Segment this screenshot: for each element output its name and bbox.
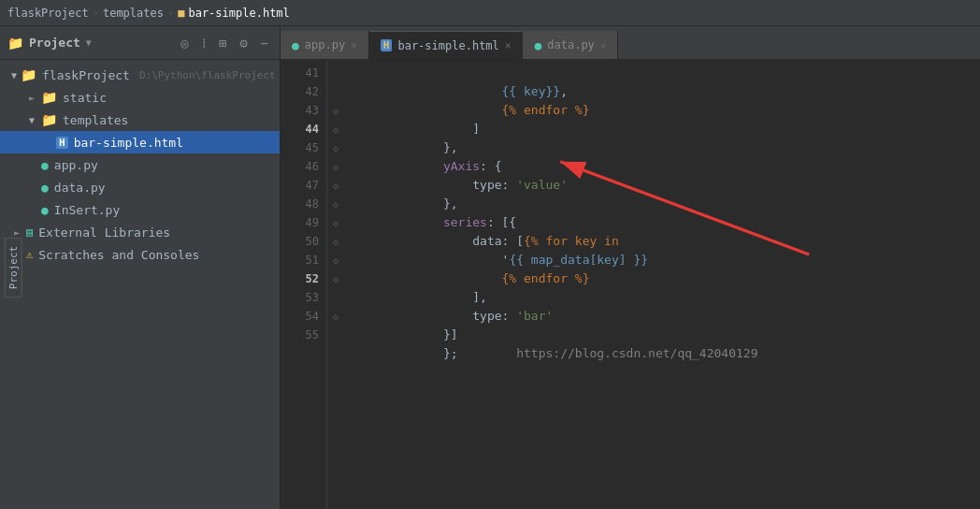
html-file-icon: H [56, 137, 68, 149]
tree-item-templates[interactable]: ▼ 📁 templates [0, 109, 280, 131]
breadcrumb-project: flaskProject [7, 7, 89, 20]
flaskProject-path: D:\Python\flaskProject [139, 69, 276, 81]
tree-item-static[interactable]: ► 📁 static [0, 86, 280, 109]
label-external-libraries: External Libraries [38, 225, 170, 240]
ln-48: 48 [281, 195, 326, 213]
label-app-py: app.py [54, 158, 98, 172]
folder-flaskProject-icon: 📁 [21, 67, 36, 82]
tree-item-data-py[interactable]: ► ● data.py [0, 176, 280, 198]
breadcrumb-sep1: › [93, 7, 99, 20]
ln-42: 42 [281, 82, 326, 101]
gutter-52: ◇ [327, 269, 344, 288]
label-flaskProject: flaskProject [42, 68, 130, 82]
code-editor[interactable]: 41 42 43 44 45 46 47 48 49 50 51 52 53 5… [281, 60, 980, 509]
ln-46: 46 [281, 157, 326, 176]
tab-data-py[interactable]: ● data.py ✕ [523, 31, 618, 59]
gutter-47: ◇ [327, 176, 344, 195]
folder-templates-icon: 📁 [41, 112, 57, 127]
sidebar-title: Project [29, 36, 80, 50]
gutter-43: ◇ [327, 101, 344, 120]
close-sidebar-icon[interactable]: − [257, 34, 272, 52]
project-tree: ▼ 📁 flaskProject D:\Python\flaskProject … [0, 60, 280, 509]
tree-item-external-libraries[interactable]: ► ▤ External Libraries [0, 221, 280, 243]
py-data-icon: ● [41, 181, 49, 195]
ln-52: 52 [281, 269, 326, 288]
breadcrumb-file-icon: ■ [178, 7, 184, 20]
ln-41: 41 [281, 64, 326, 82]
label-bar-simple-html: bar-simple.html [74, 136, 183, 150]
tabs-bar: ● app.py ✕ H bar-simple.html ✕ ● data.py… [281, 26, 980, 60]
gutter-48: ◇ [327, 195, 344, 213]
ln-50: 50 [281, 232, 326, 251]
folder-static-icon: 📁 [41, 90, 57, 105]
gutter: ◇ ◇ ◇ ◇ ◇ ◇ ◇ ◇ ◇ ◇ ◇ [327, 60, 344, 509]
arrow-flaskProject: ▼ [11, 70, 17, 80]
breadcrumb-current-file: bar-simple.html [188, 7, 289, 20]
tab-bar-simple-icon: H [381, 39, 393, 51]
gutter-46: ◇ [327, 157, 344, 176]
tree-item-scratches[interactable]: ► ⚠ Scratches and Consoles [0, 243, 280, 266]
tab-app-py-label: app.py [305, 38, 345, 51]
arrow-static: ► [26, 93, 37, 103]
breadcrumb-templates: templates [103, 7, 164, 20]
expand-icon[interactable]: ⊞ [215, 34, 230, 52]
folder-icon-header: 📁 [7, 36, 23, 51]
gutter-41 [327, 64, 344, 82]
top-bar: flaskProject › templates › ■ bar-simple.… [0, 0, 980, 26]
ln-44: 44 [281, 120, 326, 138]
gutter-55 [327, 326, 344, 344]
tab-app-py-close[interactable]: ✕ [351, 39, 357, 51]
external-libraries-icon: ▤ [26, 225, 33, 239]
tab-app-py[interactable]: ● app.py ✕ [281, 31, 369, 59]
tree-item-app-py[interactable]: ► ● app.py [0, 153, 280, 176]
ln-54: 54 [281, 307, 326, 326]
tab-data-py-icon: ● [534, 38, 541, 52]
tab-data-py-label: data.py [547, 38, 595, 51]
ln-45: 45 [281, 138, 326, 157]
gutter-54: ◇ [327, 307, 344, 326]
code-line-41: {{ key}}, [355, 64, 980, 82]
ln-43: 43 [281, 101, 326, 120]
gutter-50: ◇ [327, 232, 344, 251]
py-app-icon: ● [41, 158, 49, 172]
tab-app-py-icon: ● [292, 38, 299, 52]
ln-51: 51 [281, 251, 326, 269]
dropdown-icon[interactable]: ▼ [86, 37, 92, 48]
tab-data-py-close[interactable]: ✕ [600, 39, 607, 51]
gutter-44: ◇ [327, 120, 344, 138]
label-static: static [63, 91, 107, 105]
gutter-53 [327, 288, 344, 307]
tree-item-bar-simple-html[interactable]: ► H bar-simple.html [0, 131, 280, 153]
gutter-42 [327, 82, 344, 101]
tab-bar-simple-html[interactable]: H bar-simple.html ✕ [369, 31, 524, 59]
tree-item-insert-py[interactable]: ► ● InSert.py [0, 198, 280, 221]
settings-icon[interactable]: ⚙ [236, 34, 251, 52]
arrow-templates: ▼ [26, 115, 37, 125]
ln-53: 53 [281, 288, 326, 307]
tree-item-flaskProject[interactable]: ▼ 📁 flaskProject D:\Python\flaskProject [0, 64, 280, 86]
arrow-external: ► [11, 227, 22, 238]
project-tab[interactable]: Project [5, 238, 22, 298]
line-numbers: 41 42 43 44 45 46 47 48 49 50 51 52 53 5… [281, 60, 327, 509]
py-insert-icon: ● [41, 203, 49, 217]
sidebar-header: 📁 Project ▼ ◎ ⁞ ⊞ ⚙ − [0, 26, 280, 60]
editor-wrapper: 41 42 43 44 45 46 47 48 49 50 51 52 53 5… [281, 60, 980, 509]
gutter-49: ◇ [327, 213, 344, 232]
label-scratches: Scratches and Consoles [38, 248, 199, 262]
ln-47: 47 [281, 176, 326, 195]
label-data-py: data.py [54, 181, 106, 195]
editor-area: ● app.py ✕ H bar-simple.html ✕ ● data.py… [281, 26, 980, 509]
tab-bar-simple-label: bar-simple.html [397, 39, 498, 52]
gutter-45: ◇ [327, 138, 344, 157]
label-templates: templates [63, 113, 128, 127]
tab-bar-simple-close[interactable]: ✕ [505, 39, 512, 51]
collapse-icon[interactable]: ⁞ [198, 34, 209, 52]
label-insert-py: InSert.py [54, 203, 120, 217]
gutter-51: ◇ [327, 251, 344, 269]
breadcrumb-sep2: › [167, 7, 174, 20]
ln-55: 55 [281, 326, 326, 344]
scratches-icon: ⚠ [26, 248, 33, 261]
code-content: {{ key}}, {% endfor %} ] }, yAxis: { [344, 60, 980, 509]
sidebar: Project 📁 Project ▼ ◎ ⁞ ⊞ ⚙ − ▼ 📁 flaskP… [0, 26, 281, 509]
locate-icon[interactable]: ◎ [177, 34, 192, 52]
